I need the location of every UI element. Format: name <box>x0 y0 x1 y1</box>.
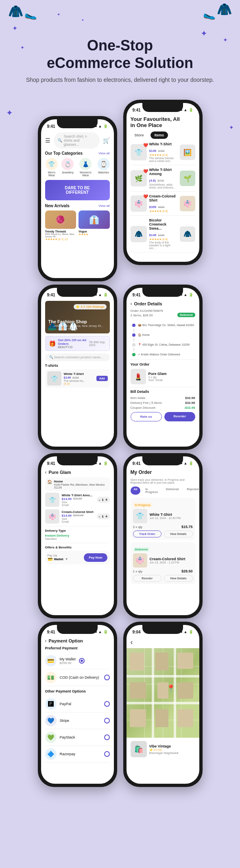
phone1-notch <box>57 119 98 128</box>
phone1-search[interactable]: 🔍 Search shirt, t-shirts and glasses... <box>54 132 100 149</box>
qty-increase-1[interactable]: + <box>105 498 108 502</box>
arrivals-view-all[interactable]: View all <box>98 204 109 208</box>
category-womens[interactable]: 👗 Women's Wear <box>77 158 94 177</box>
fav-price-1: $149 <box>149 149 157 153</box>
phone6-content: My Order Store track your delivered, In … <box>127 468 199 615</box>
phone4-container: 9:41 ●●●▲🔋 ‹ Order Details Order #12345 <box>123 285 203 450</box>
promo-banner: DARE TO BEDIFFERENT <box>45 180 110 200</box>
category-watches[interactable]: ⌚ Watches <box>98 158 110 177</box>
map-road-h2 <box>127 702 199 704</box>
fav-product-3[interactable]: 👘 ❤️ Cream-Colored Shirt $399 $599 ★★★★★… <box>131 194 195 216</box>
view-details-btn-2[interactable]: View Details <box>164 575 193 582</box>
dropdown-arrow[interactable]: ▼ <box>65 557 68 561</box>
phone7-screen: 9:41 ●●●▲🔋 ‹ Payment Option Preferred Pa… <box>41 625 114 784</box>
phone8-notch <box>142 625 183 634</box>
phone1-navbar: ☰ 🔍 Search shirt, t-shirts and glasses..… <box>45 132 110 149</box>
category-jewellery[interactable]: 💍 Jewellery <box>61 158 74 177</box>
arrival-card-1[interactable]: 🧶 Trendy Threads 2664 Royal Ln, Mesa, Ne… <box>45 210 76 241</box>
cart-name-1: White T-Shirt Amo... <box>62 493 94 497</box>
rate-us-btn[interactable]: Rate us <box>131 412 162 421</box>
payment-paystack-row[interactable]: 💚 PayStack <box>45 729 110 746</box>
qty-increase-2[interactable]: + <box>105 514 108 519</box>
payment-paypal-row[interactable]: 🅿 PayPal <box>45 696 110 712</box>
order-tab-all[interactable]: All <box>131 487 141 495</box>
menu-item-thumb: 👕 <box>47 371 61 386</box>
qty-decrease-2[interactable]: - <box>99 514 100 519</box>
arrivals-row: 🧶 Trendy Threads 2664 Royal Ln, Mesa, Ne… <box>45 210 110 241</box>
qty-control-1[interactable]: - 1 + <box>97 497 110 503</box>
payment-razorpay-row[interactable]: 🔷 Razorpay <box>45 746 110 763</box>
fav-oldprice-3: $599 <box>158 206 165 208</box>
categories-view-all[interactable]: View all <box>98 151 109 155</box>
timeline-item-3: 📍 430 Elgin St. Celina, Delaware 10299 <box>132 343 195 346</box>
menu-item-1[interactable]: 👕 White T-Shirt $149 $499 The window fra… <box>45 369 110 388</box>
arrival-card-2[interactable]: 👔 Vogue ★★★★ <box>79 210 110 241</box>
map-back-icon[interactable]: ‹ <box>131 638 133 646</box>
phone1-screen: 9:41 ●●●▲🔋 ☰ 🔍 Search shirt, t-shirts an… <box>41 119 114 278</box>
order-tab-progress[interactable]: In Progress <box>142 487 161 495</box>
razorpay-radio[interactable] <box>104 751 110 757</box>
cart-size-2: Small <box>62 520 94 523</box>
cart-thumb-2: 👘 <box>45 509 59 524</box>
timeline-text-2: 🏠 Home <box>138 333 150 337</box>
wallet-radio[interactable] <box>79 658 85 664</box>
order-product-row-1: 👕 White T-Shirt Jun 13, 2024 - 12:43 PM <box>133 509 193 523</box>
category-mens[interactable]: 👕 Men's Wear <box>45 158 59 177</box>
fav-product-4[interactable]: 🧥 Bicolor Crewneck Swea... $149 $299 ★★★… <box>131 218 195 252</box>
cod-radio[interactable] <box>104 675 110 680</box>
heart-icon-2: ❤️ <box>143 169 148 173</box>
divider-cart-1 <box>45 526 110 526</box>
reorder-btn[interactable]: Reorder <box>164 412 195 421</box>
fav-info-4: Bicolor Crewneck Swea... $149 $299 ★★★★★… <box>149 218 177 250</box>
order-price-2: $28.50 <box>181 569 193 573</box>
view-timings-link[interactable]: View Timings <box>61 328 77 331</box>
qty-decrease-1[interactable]: - <box>99 498 100 502</box>
map-block-4 <box>130 682 146 699</box>
view-details-btn-1[interactable]: View Details <box>164 530 193 537</box>
order-tab-delivered[interactable]: Delivered <box>163 487 182 495</box>
fav-oldprice-1: $499 <box>158 149 165 152</box>
fav-product-1[interactable]: 👕 ❤️ White T-Shirt $149 $499 ★★★★★ (4.8)… <box>131 142 195 165</box>
payment-stripe-row[interactable]: 💙 Stripe <box>45 712 110 729</box>
phone5-notch <box>57 456 98 465</box>
payment-cod-row[interactable]: 💵 COD (Cash on Delivery) <box>45 669 110 686</box>
tab-items[interactable]: Items <box>151 132 168 139</box>
search-icon: 🔍 <box>58 138 62 142</box>
back-arrow-icon[interactable]: ‹ <box>131 301 132 307</box>
order-size: Size: Small <box>148 379 167 381</box>
categories-title: Our Top Categories <box>45 151 83 156</box>
offer-banner: 🎁 Get 20% Off on All Orders BEAUTY20 Til… <box>45 336 110 351</box>
payment-wallet-row[interactable]: 💳 My Wallet $259.00 <box>45 653 110 669</box>
map-block-9 <box>177 709 193 727</box>
shop-thumb-map: 🛍️ <box>131 741 147 757</box>
fav-info-3: Cream-Colored Shirt $399 $599 ★★★★★ (4.8… <box>149 194 177 213</box>
cart-icon[interactable]: 🛒 <box>103 137 110 144</box>
menu-search[interactable]: 🔍 Search cosmetics product name... <box>45 353 110 361</box>
offer-label: Get 20% Off on All Orders <box>58 338 87 346</box>
add-to-cart-btn[interactable]: Add <box>96 376 108 381</box>
hamburger-icon[interactable]: ☰ <box>45 137 50 144</box>
qty-control-2[interactable]: - 1 + <box>97 513 110 519</box>
address-detail: Home 4140 Parker Rd, Allentown, New Mexi… <box>54 480 108 489</box>
track-order-btn-1[interactable]: Track Order <box>133 530 162 537</box>
phone5-frame: 9:41 ●●●▲🔋 ‹ Pure Glam 🏠 <box>38 453 117 618</box>
payment-back-icon[interactable]: ‹ <box>45 638 47 644</box>
delivery-option: Instant Delivery <box>45 534 110 537</box>
tab-store[interactable]: Store <box>131 132 148 139</box>
shop-meta: 📍 <box>48 324 52 327</box>
paypal-radio[interactable] <box>104 701 110 707</box>
address-home[interactable]: 🏠 Home 4140 Parker Rd, Allentown, New Me… <box>45 478 110 491</box>
phone7-frame: 9:41 ●●●▲🔋 ‹ Payment Option Preferred Pa… <box>38 622 117 787</box>
pay-now-btn[interactable]: Pay Now <box>84 553 107 562</box>
fav-product-2[interactable]: 🌿 ❤️ White T-Shirt Among (4.8) $449 Smoo… <box>131 168 195 192</box>
divider-2 <box>131 387 195 387</box>
order-tab-rejected[interactable]: Rejected <box>183 487 199 495</box>
shop-card-map[interactable]: 🛍️ Vibe Vintage ⭐ 0.0 (0) Bhavnagar Wagh… <box>127 738 199 761</box>
divider-cart-2 <box>45 543 110 543</box>
cart-back-icon[interactable]: ‹ <box>45 469 47 475</box>
reorder-btn-2[interactable]: Reorder <box>133 575 162 582</box>
your-order-title: Your Order <box>131 362 195 366</box>
timeline-item-4: ✓ Kristin Watson Order Delivered <box>132 353 195 356</box>
stripe-radio[interactable] <box>104 718 110 723</box>
paystack-radio[interactable] <box>104 734 110 740</box>
